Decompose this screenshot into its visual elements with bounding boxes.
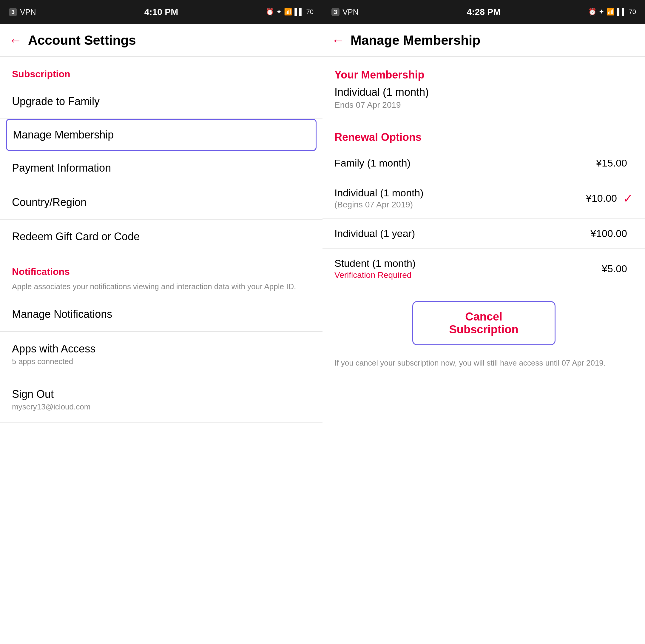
menu-item-manage-membership-label: Manage Membership: [13, 129, 114, 141]
right-signal-icon: ▌▌: [617, 8, 626, 16]
left-vpn-badge: 3: [9, 8, 17, 16]
menu-item-redeem-label: Redeem Gift Card or Code: [12, 230, 140, 243]
left-bluetooth-icon: ✦: [276, 8, 282, 16]
renewal-option-individual-month-name: Individual (1 month): [335, 187, 586, 199]
renewal-options-header: Renewal Options: [322, 119, 645, 148]
left-back-button[interactable]: ←: [9, 33, 22, 48]
cancel-note: If you cancel your subscription now, you…: [322, 357, 645, 378]
menu-item-manage-notifications[interactable]: Manage Notifications: [0, 297, 322, 332]
renewal-section: Renewal Options Family (1 month) ¥15.00 …: [322, 119, 645, 289]
right-vpn-badge: 3: [332, 8, 340, 16]
renewal-option-individual-month[interactable]: Individual (1 month) (Begins 07 Apr 2019…: [322, 178, 645, 219]
renewal-option-individual-month-price: ¥10.00: [586, 192, 617, 204]
left-status-bar: 3 VPN 4:10 PM ⏰ ✦ 📶 ▌▌ 70: [0, 0, 322, 24]
renewal-option-individual-year[interactable]: Individual (1 year) ¥100.00: [322, 219, 645, 249]
your-membership-header: Your Membership: [322, 57, 645, 86]
left-vpn-label: VPN: [20, 7, 36, 17]
right-content: Your Membership Individual (1 month) End…: [322, 57, 645, 644]
left-battery-label: 70: [306, 8, 313, 16]
right-status-right: ⏰ ✦ 📶 ▌▌ 70: [588, 8, 636, 16]
menu-item-payment-information[interactable]: Payment Information: [0, 151, 322, 185]
menu-item-manage-membership[interactable]: Manage Membership: [6, 119, 316, 151]
right-page-title: Manage Membership: [351, 33, 480, 48]
menu-item-apps-with-access[interactable]: Apps with Access 5 apps connected: [0, 332, 322, 377]
selected-check-icon: ✓: [623, 192, 633, 205]
renewal-option-family-month[interactable]: Family (1 month) ¥15.00: [322, 148, 645, 178]
renewal-option-individual-year-name: Individual (1 year): [335, 228, 590, 239]
renewal-option-individual-year-info: Individual (1 year): [335, 228, 590, 239]
renewal-option-student-price: ¥5.00: [602, 263, 627, 275]
renewal-option-individual-month-info: Individual (1 month) (Begins 07 Apr 2019…: [335, 187, 586, 209]
membership-current: Individual (1 month) Ends 07 Apr 2019: [322, 86, 645, 119]
renewal-option-family-info: Family (1 month): [335, 157, 596, 169]
right-status-bar: 3 VPN 4:28 PM ⏰ ✦ 📶 ▌▌ 70: [322, 0, 645, 24]
left-page-title: Account Settings: [28, 33, 136, 48]
right-wifi-icon: 📶: [607, 8, 615, 16]
menu-item-country-region[interactable]: Country/Region: [0, 185, 322, 220]
menu-item-country-label: Country/Region: [12, 196, 86, 208]
menu-item-payment-label: Payment Information: [12, 162, 111, 174]
menu-item-upgrade-family[interactable]: Upgrade to Family: [0, 85, 322, 119]
renewal-option-student-verification: Verification Required: [335, 270, 602, 280]
right-battery-label: 70: [629, 8, 636, 16]
renewal-option-student-name: Student (1 month): [335, 258, 602, 269]
left-alarm-icon: ⏰: [266, 8, 274, 16]
left-wifi-icon: 📶: [284, 8, 292, 16]
renewal-option-family-price: ¥15.00: [596, 157, 627, 169]
right-status-time: 4:28 PM: [467, 7, 500, 17]
bottom-divider: [322, 378, 645, 378]
left-status-right: ⏰ ✦ 📶 ▌▌ 70: [266, 8, 313, 16]
menu-item-upgrade-family-label: Upgrade to Family: [12, 95, 99, 108]
membership-plan-ends: Ends 07 Apr 2019: [335, 100, 633, 110]
right-status-left: 3 VPN: [332, 7, 359, 17]
right-vpn-label: VPN: [343, 7, 358, 17]
renewal-option-student-info: Student (1 month) Verification Required: [335, 258, 602, 280]
subscription-section-header: Subscription: [0, 57, 322, 85]
sign-out-email: mysery13@icloud.com: [12, 402, 310, 412]
renewal-option-student-month[interactable]: Student (1 month) Verification Required …: [322, 249, 645, 289]
left-status-left: 3 VPN: [9, 7, 36, 17]
left-phone-panel: 3 VPN 4:10 PM ⏰ ✦ 📶 ▌▌ 70 ← Account Sett…: [0, 0, 322, 644]
left-content: Subscription Upgrade to Family Manage Me…: [0, 57, 322, 644]
right-alarm-icon: ⏰: [588, 8, 596, 16]
apps-with-access-subtitle: 5 apps connected: [12, 357, 310, 366]
renewal-option-individual-month-sub: (Begins 07 Apr 2019): [335, 200, 586, 209]
left-status-time: 4:10 PM: [145, 7, 178, 17]
apps-with-access-label: Apps with Access: [12, 343, 310, 355]
menu-item-redeem-gift-card[interactable]: Redeem Gift Card or Code: [0, 220, 322, 254]
right-bluetooth-icon: ✦: [599, 8, 604, 16]
right-nav-bar: ← Manage Membership: [322, 24, 645, 57]
right-phone-panel: 3 VPN 4:28 PM ⏰ ✦ 📶 ▌▌ 70 ← Manage Membe…: [322, 0, 645, 644]
renewal-option-family-name: Family (1 month): [335, 157, 596, 169]
left-nav-bar: ← Account Settings: [0, 24, 322, 57]
right-back-button[interactable]: ←: [332, 33, 345, 48]
notifications-description: Apple associates your notifications view…: [0, 282, 322, 297]
sign-out-label: Sign Out: [12, 388, 310, 400]
cancel-subscription-button[interactable]: Cancel Subscription: [412, 301, 556, 345]
menu-item-sign-out[interactable]: Sign Out mysery13@icloud.com: [0, 377, 322, 423]
cancel-btn-container: Cancel Subscription: [322, 289, 645, 357]
renewal-option-individual-year-price: ¥100.00: [590, 228, 627, 239]
menu-item-manage-notifications-label: Manage Notifications: [12, 308, 112, 320]
membership-plan-name: Individual (1 month): [335, 86, 633, 99]
notifications-section-header: Notifications: [0, 254, 322, 282]
left-signal-icon: ▌▌: [294, 8, 304, 16]
